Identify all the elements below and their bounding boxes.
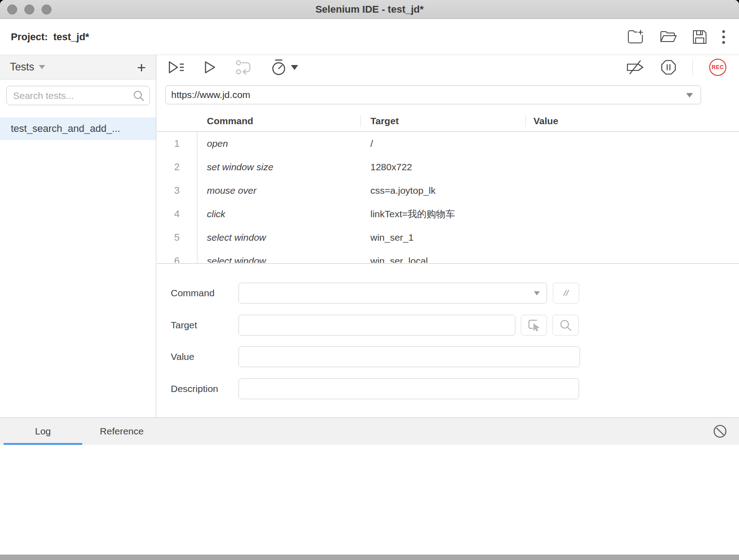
find-target-icon[interactable] bbox=[552, 315, 579, 336]
disable-breakpoints-icon[interactable] bbox=[626, 59, 645, 75]
row-number: 6 bbox=[157, 255, 197, 263]
command-editor: Command // Target bbox=[157, 263, 739, 417]
main-panel: REC Command Target Value 1open/2set wind… bbox=[157, 55, 739, 417]
commands-table-body: 1open/2set window size1280x7223mouse ove… bbox=[157, 132, 739, 263]
run-current-test-icon[interactable] bbox=[204, 61, 216, 74]
target-field-label: Target bbox=[171, 320, 239, 331]
more-options-icon[interactable] bbox=[722, 29, 725, 45]
search-icon bbox=[133, 90, 145, 102]
window-titlebar: Selenium IDE - test_jd* bbox=[0, 0, 739, 19]
project-header: Project: test_jd* bbox=[0, 19, 739, 55]
open-project-icon[interactable] bbox=[659, 30, 678, 44]
selenium-ide-window: Selenium IDE - test_jd* Project: test_jd… bbox=[0, 0, 739, 560]
row-number: 2 bbox=[157, 161, 197, 173]
test-list-item[interactable]: test_search_and_add_... bbox=[0, 117, 156, 140]
column-header-value: Value bbox=[525, 116, 739, 126]
new-project-icon[interactable] bbox=[627, 29, 645, 45]
command-field-label: Command bbox=[171, 288, 239, 299]
step-over-icon[interactable] bbox=[236, 60, 251, 75]
chevron-down-icon[interactable] bbox=[534, 291, 540, 295]
row-target: linkText=我的购物车 bbox=[360, 208, 525, 220]
record-button[interactable]: REC bbox=[709, 59, 726, 76]
column-header-target: Target bbox=[360, 116, 525, 126]
tests-dropdown[interactable]: Tests bbox=[10, 61, 45, 73]
bottom-panel-tabs: Log Reference bbox=[0, 417, 739, 445]
row-number: 4 bbox=[157, 208, 197, 220]
add-test-button[interactable]: + bbox=[137, 60, 146, 75]
column-header-command: Command bbox=[197, 116, 360, 126]
row-target: / bbox=[360, 138, 525, 149]
toolbar-divider bbox=[692, 59, 693, 75]
dropdown-caret-icon bbox=[291, 65, 298, 70]
command-row[interactable]: 2set window size1280x722 bbox=[157, 155, 739, 179]
commands-table-header: Command Target Value bbox=[157, 111, 739, 132]
row-number: 3 bbox=[157, 185, 197, 196]
tests-label: Tests bbox=[10, 61, 34, 73]
command-row[interactable]: 1open/ bbox=[157, 132, 739, 155]
row-command: select window bbox=[197, 232, 360, 243]
tab-log[interactable]: Log bbox=[4, 418, 82, 445]
zoom-icon[interactable] bbox=[42, 5, 51, 14]
dropdown-caret-icon[interactable] bbox=[686, 93, 693, 98]
row-command: open bbox=[197, 138, 360, 149]
tests-sidebar: Tests + test_search_and_add_... bbox=[0, 55, 156, 417]
project-name: test_jd* bbox=[53, 31, 89, 43]
base-url-bar bbox=[165, 85, 701, 104]
select-target-icon[interactable] bbox=[521, 315, 547, 336]
tab-reference[interactable]: Reference bbox=[82, 418, 161, 445]
project-title: Project: test_jd* bbox=[11, 31, 89, 43]
row-command: mouse over bbox=[197, 185, 360, 196]
row-target: win_ser_1 bbox=[360, 232, 525, 243]
row-target: win_ser_local bbox=[360, 256, 525, 263]
value-field-label: Value bbox=[171, 351, 239, 362]
playback-toolbar: REC bbox=[157, 55, 739, 79]
command-row[interactable]: 4clicklinkText=我的购物车 bbox=[157, 202, 739, 226]
base-url-input[interactable] bbox=[165, 85, 701, 104]
command-row[interactable]: 6select windowwin_ser_local bbox=[157, 249, 739, 263]
value-field-input[interactable] bbox=[239, 346, 580, 367]
close-icon[interactable] bbox=[7, 5, 17, 14]
target-field-input[interactable] bbox=[239, 315, 515, 336]
command-select-input[interactable] bbox=[239, 283, 547, 303]
project-label: Project: bbox=[11, 31, 48, 43]
window-bottom-edge bbox=[0, 555, 739, 560]
row-command: set window size bbox=[197, 162, 360, 173]
row-number: 1 bbox=[157, 138, 197, 149]
tests-header: Tests + bbox=[0, 55, 156, 79]
chevron-down-icon bbox=[39, 65, 45, 69]
row-command: select window bbox=[197, 256, 360, 263]
row-command: click bbox=[197, 209, 360, 219]
save-project-icon[interactable] bbox=[692, 29, 707, 45]
clear-log-icon[interactable] bbox=[713, 424, 727, 439]
pause-on-exceptions-icon[interactable] bbox=[661, 60, 676, 75]
window-title: Selenium IDE - test_jd* bbox=[315, 4, 424, 15]
row-number: 5 bbox=[157, 232, 197, 243]
toggle-comment-button[interactable]: // bbox=[553, 283, 579, 303]
description-field-label: Description bbox=[171, 383, 239, 394]
search-tests-input[interactable] bbox=[6, 86, 150, 105]
test-speed-icon[interactable] bbox=[271, 59, 298, 76]
log-panel-content bbox=[0, 445, 739, 555]
row-target: 1280x722 bbox=[360, 162, 525, 173]
command-row[interactable]: 3mouse overcss=a.joytop_lk bbox=[157, 179, 739, 202]
row-target: css=a.joytop_lk bbox=[360, 185, 525, 196]
run-all-tests-icon[interactable] bbox=[168, 61, 184, 74]
minimize-icon[interactable] bbox=[24, 5, 34, 14]
description-field-input[interactable] bbox=[239, 378, 579, 399]
command-row[interactable]: 5select windowwin_ser_1 bbox=[157, 226, 739, 249]
traffic-lights bbox=[7, 0, 51, 19]
test-search bbox=[6, 86, 150, 105]
